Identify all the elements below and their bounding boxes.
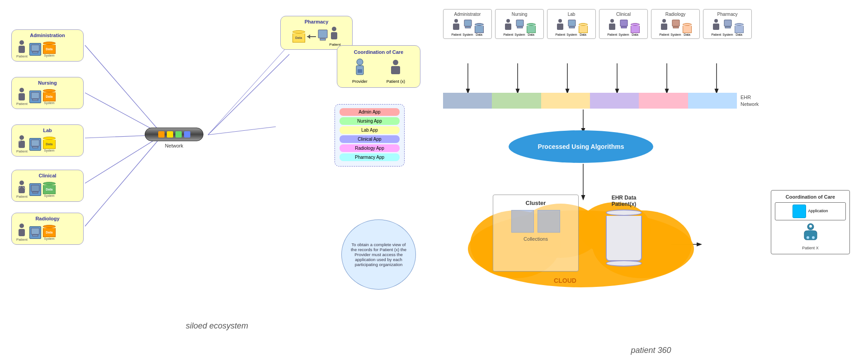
clinical-dept-panel: Clinical Patient System Data xyxy=(599,9,648,39)
admin-data-cyl: Data System xyxy=(43,42,56,57)
clinical-app: Clinical App xyxy=(340,135,400,143)
ehr-data-cyl: EHR DataPatient(x) xyxy=(594,195,653,267)
clinical-dept-panel-title: Clinical xyxy=(602,12,645,17)
nursing-dept-panel: Nursing Patient System Data xyxy=(495,9,544,39)
pharmacy-dept-panel-title: Pharmacy xyxy=(706,12,749,17)
svg-rect-25 xyxy=(31,185,39,191)
coll-sq-1 xyxy=(511,210,534,233)
patient360-diagram: Administrator Patient System Data Nu xyxy=(443,9,859,317)
pharmacy-title: Pharmacy xyxy=(285,19,348,24)
svg-text:CLOUD: CLOUD xyxy=(554,277,576,284)
pharmacy-dept-panel: Pharmacy Patient System Data xyxy=(703,9,752,39)
cluster-label: Cluster xyxy=(526,200,546,206)
clinical-data-cyl: Data System xyxy=(43,182,56,197)
svg-point-85 xyxy=(812,236,815,239)
coll-sq-2 xyxy=(538,210,560,233)
admin-app: Admin App xyxy=(340,108,400,116)
lab-system-box xyxy=(29,138,41,151)
svg-rect-36 xyxy=(358,69,362,73)
patient-x-icon: Patient (x) xyxy=(387,59,405,84)
svg-point-8 xyxy=(19,40,24,45)
svg-rect-13 xyxy=(19,93,25,100)
svg-point-54 xyxy=(506,19,510,23)
algo-label: Processed Using Algorithms xyxy=(538,143,624,150)
nursing-patient-icon: Patient xyxy=(16,87,28,106)
svg-rect-28 xyxy=(19,229,25,236)
svg-point-70 xyxy=(714,19,718,23)
svg-rect-19 xyxy=(31,140,39,146)
pharmacy-app: Pharmacy App xyxy=(340,153,400,161)
radiology-patient-icon: Patient xyxy=(16,223,28,242)
svg-rect-68 xyxy=(672,20,679,26)
svg-rect-10 xyxy=(31,45,39,51)
svg-rect-69 xyxy=(673,27,679,28)
svg-rect-22 xyxy=(19,186,25,193)
cloud-container: CLOUD Cluster Collections EHR DataPatien… xyxy=(461,186,701,290)
pharmacy-patient: Patient xyxy=(330,26,341,47)
svg-rect-72 xyxy=(724,20,731,26)
patient-x-right: Patient X xyxy=(775,223,846,250)
svg-rect-9 xyxy=(19,46,25,53)
svg-rect-39 xyxy=(391,66,400,74)
svg-point-82 xyxy=(809,225,812,228)
svg-rect-11 xyxy=(33,52,38,53)
svg-point-37 xyxy=(357,59,363,65)
svg-point-21 xyxy=(19,181,24,185)
radiology-dp-icons: Patient System Data xyxy=(654,19,697,36)
svg-point-58 xyxy=(558,19,562,23)
pharmacy-data-cyl: Data xyxy=(292,30,305,43)
lab-title: Lab xyxy=(16,128,79,133)
lab-dp-icons: Patient System Data xyxy=(550,19,593,36)
lab-patient-icon: Patient xyxy=(16,135,28,153)
coord-care-title: Coordination of Care xyxy=(343,49,415,55)
desc-bubble: To obtain a complete view of the records… xyxy=(341,219,416,290)
right-caption: patient 360 xyxy=(434,346,868,355)
ehr-network-bar: EHRNetwork xyxy=(443,93,759,109)
coord-right-title: Coordination of Care xyxy=(775,194,846,200)
svg-rect-34 xyxy=(331,32,337,39)
svg-rect-32 xyxy=(320,38,326,40)
admin-content: Patient Data System xyxy=(16,40,79,58)
svg-rect-60 xyxy=(568,20,576,26)
svg-rect-20 xyxy=(33,147,38,148)
svg-rect-61 xyxy=(569,27,575,28)
radiology-title: Radiology xyxy=(16,216,79,221)
coord-right-box: Coordination of Care Application xyxy=(771,190,850,254)
svg-rect-71 xyxy=(713,24,719,30)
radiology-dept-box: Radiology Patient Data System xyxy=(11,213,84,245)
svg-rect-64 xyxy=(620,20,627,26)
ehr-web-app-label: Application xyxy=(808,209,828,214)
nursing-system-box xyxy=(29,90,41,103)
svg-point-50 xyxy=(454,19,458,23)
admin-title: Administration xyxy=(16,33,79,38)
svg-line-4 xyxy=(85,135,163,226)
coord-right-panel: Coordination of Care Application xyxy=(771,190,850,254)
nursing-title: Nursing xyxy=(16,80,79,86)
patient-x-label: Patient X xyxy=(802,246,819,250)
svg-rect-30 xyxy=(33,235,38,236)
provider-icon: Provider xyxy=(352,57,368,84)
radiology-dept-panel-title: Radiology xyxy=(654,12,697,17)
admin-dept-panel: Administrator Patient System Data xyxy=(443,9,492,39)
svg-line-5 xyxy=(208,54,289,135)
apps-list-box: Admin App Nursing App Lab App Clinical A… xyxy=(335,104,405,167)
lab-dept-panel: Lab Patient System Data xyxy=(547,9,596,39)
radiology-data-cyl: Data System xyxy=(43,225,56,240)
svg-point-16 xyxy=(19,135,24,140)
svg-rect-55 xyxy=(505,24,511,30)
svg-rect-15 xyxy=(33,99,38,100)
pharmacy-system xyxy=(318,29,328,44)
svg-rect-14 xyxy=(31,92,39,99)
clinical-dp-icons: Patient System Data xyxy=(602,19,645,36)
lab-dept-panel-title: Lab xyxy=(550,12,593,17)
nursing-data-cyl: Data System xyxy=(43,89,56,105)
cluster-box: Cluster Collections xyxy=(493,195,579,272)
admin-patient-icon: Patient xyxy=(16,40,28,58)
pharmacy-box: Pharmacy Data Pati xyxy=(280,16,353,50)
svg-point-33 xyxy=(332,27,336,31)
network-label: Network xyxy=(165,143,183,148)
svg-point-38 xyxy=(393,60,398,65)
collection-squares xyxy=(511,210,560,233)
admin-dept-box: Administration Patient Data System xyxy=(11,29,84,62)
svg-point-62 xyxy=(610,19,614,23)
